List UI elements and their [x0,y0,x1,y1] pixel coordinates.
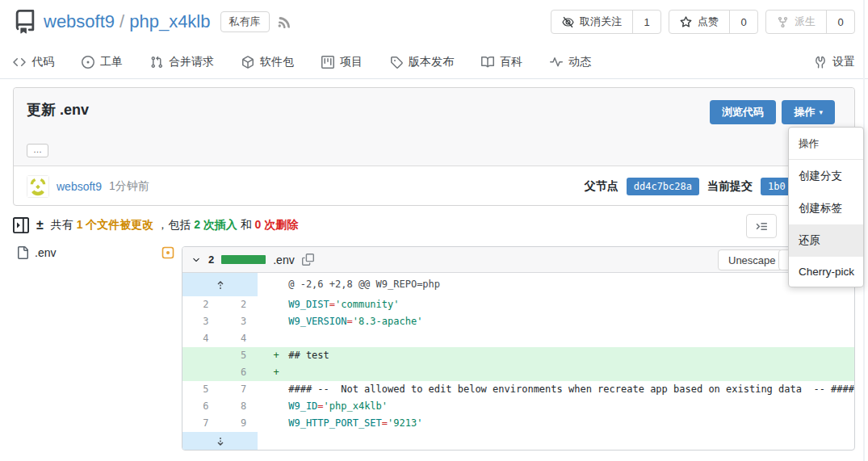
commit-time: 1分钟前 [109,179,149,194]
commit-author-link[interactable]: websoft9 [57,180,102,193]
menu-item-revert[interactable]: 还原 [789,224,863,257]
expand-down-icon[interactable] [182,432,258,451]
star-button[interactable]: 点赞 [669,10,729,33]
diff-line-row: 6+ [182,364,854,381]
new-line-number[interactable]: 5 [220,347,258,364]
tab-code[interactable]: 代码 [13,55,54,69]
diff-table: @ -2,6 +2,8 @@ W9_REPO=php22W9_DIST='com… [182,273,854,451]
old-line-number[interactable]: 5 [182,381,220,398]
collapse-file-chevron-icon[interactable] [191,255,201,265]
old-line-number[interactable]: 6 [182,398,220,415]
tab-packages[interactable]: 软件包 [241,55,294,69]
old-line-number[interactable]: 7 [182,415,220,432]
list-indent-icon [755,220,769,233]
tag-icon [390,56,403,69]
expand-commit-message-button[interactable]: … [27,144,48,157]
operations-dropdown-menu: 操作 创建分支 创建标签 还原 Cherry-pick [788,127,864,287]
watch-button-group: 取消关注 1 [551,10,661,34]
new-line-number[interactable]: 4 [220,330,258,347]
current-commit-label: 当前提交 [707,179,753,194]
tab-activity[interactable]: 动态 [550,55,591,69]
diff-file-name[interactable]: .env [273,254,294,266]
fork-count[interactable]: 0 [826,10,854,33]
avatar[interactable] [27,175,49,198]
copy-path-icon[interactable] [302,254,314,266]
commit-author-row: websoft9 1分钟前 父节点 dd4c7bc28a 当前提交 1b0 [14,166,854,206]
new-line-number[interactable]: 3 [220,313,258,330]
chevron-down-icon: ▾ [819,108,823,116]
code-line: W9_HTTP_PORT_SET='9213' [258,415,854,432]
new-line-number[interactable]: 2 [220,296,258,313]
diff-detail-stats-icon[interactable]: ± [36,219,44,232]
code-line: #### -- Not allowed to edit below enviro… [258,381,854,398]
diff-line-row: 57#### -- Not allowed to edit below envi… [182,381,854,398]
rss-icon[interactable] [278,15,292,29]
nav-divider [0,78,868,79]
repo-owner-link[interactable]: websoft9 [44,11,115,32]
file-modified-icon [161,246,174,259]
eye-slash-icon [562,16,574,28]
star-icon [680,16,692,28]
diff-line-row: 79W9_HTTP_PORT_SET='9213' [182,415,854,432]
diff-line-row: 33W9_VERSION='8.3-apache' [182,313,854,330]
new-line-number[interactable]: 9 [220,415,258,432]
new-line-number[interactable]: 8 [220,398,258,415]
code-line: W9_ID='php_x4klb' [258,398,854,415]
tab-wiki[interactable]: 百科 [481,55,522,69]
new-line-number[interactable]: 7 [220,381,258,398]
diff-line-row: 5+## test [182,347,854,364]
old-line-number[interactable] [182,364,220,381]
old-line-number[interactable]: 4 [182,330,220,347]
old-line-number[interactable] [182,347,220,364]
repo-name-link[interactable]: php_x4klb [129,11,210,32]
hunk-header-text [258,432,854,451]
repo-nav: 代码 工单 合并请求 软件包 项目 版本发布 百科 动态 设置 [13,48,855,76]
code-line: W9_DIST='community' [258,296,854,313]
old-line-number[interactable]: 3 [182,313,220,330]
diff-file-panel: 2 .env Unescape @ -2,6 +2,8 @@ W9_REPO=p… [182,246,855,451]
deletions-count: 0 次删除 [255,218,299,231]
star-count[interactable]: 0 [729,10,757,33]
code-line: +## test [258,347,854,364]
commit-summary-box: 更新 .env 浏览代码 操作 ▾ … websoft9 1分钟前 父节点 dd… [13,87,855,206]
menu-item-create-tag[interactable]: 创建标签 [789,192,863,224]
commit-header: 更新 .env 浏览代码 操作 ▾ … [14,88,854,166]
old-line-number[interactable]: 2 [182,296,220,313]
menu-item-create-branch[interactable]: 创建分支 [789,160,863,192]
private-badge: 私有库 [220,11,270,32]
browse-code-button[interactable]: 浏览代码 [710,100,776,124]
diff-line-row: 44 [182,330,854,347]
tab-releases[interactable]: 版本发布 [390,55,454,69]
insertions-count: 2 次插入 [194,218,237,231]
watch-count[interactable]: 1 [632,10,660,33]
hunk-header-text: @ -2,6 +2,8 @@ W9_REPO=php [258,273,854,296]
parent-sha-badge[interactable]: dd4c7bc28a [627,178,699,195]
tab-projects[interactable]: 项目 [321,55,363,69]
fork-button-group: 派生 0 [765,10,855,34]
code-icon [13,56,26,69]
diff-file-tree: .env [16,242,174,263]
file-tree-toggle-icon[interactable] [13,217,29,233]
code-line [258,330,854,347]
whitespace-options-button[interactable] [746,214,777,238]
fork-icon [777,16,789,28]
file-tree-item-label: .env [35,246,56,259]
menu-item-cherry-pick[interactable]: Cherry-pick [789,257,863,287]
file-tree-item-env[interactable]: .env [16,242,174,263]
unescape-button[interactable]: Unescape [718,249,786,270]
star-button-group: 点赞 0 [669,10,758,34]
repo-breadcrumb: websoft9 / php_x4klb [44,11,211,32]
diff-stat-bar [221,255,266,264]
tab-issues[interactable]: 工单 [82,55,123,69]
new-line-number[interactable]: 6 [220,364,258,381]
diff-stats-text: 共有 1 个文件被更改 ，包括 2 次插入 和 0 次删除 [51,218,299,233]
unwatch-button[interactable]: 取消关注 [551,10,632,33]
operations-button[interactable]: 操作 ▾ [782,100,835,124]
diff-hunk-row: @ -2,6 +2,8 @@ W9_REPO=php [182,273,854,296]
expand-up-icon[interactable] [182,273,258,296]
project-icon [321,56,334,69]
activity-icon [550,56,563,69]
code-line: W9_VERSION='8.3-apache' [258,313,854,330]
tab-settings[interactable]: 设置 [814,55,855,69]
tab-pull-requests[interactable]: 合并请求 [150,55,214,69]
